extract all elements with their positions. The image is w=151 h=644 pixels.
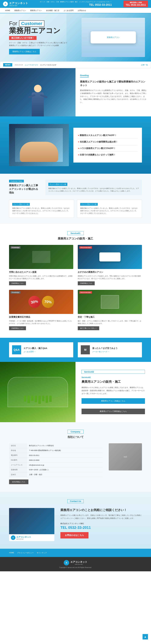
faq-icon-2: M	[81, 345, 90, 354]
service01-card-2-img: Recommended	[78, 245, 142, 269]
news-label: NEWS	[3, 63, 12, 66]
footer-nav-privacy[interactable]: プライバシーポリシー	[17, 552, 34, 554]
header-tel-num: TEL 0532-33-2011	[126, 4, 146, 6]
footer: A エアコンネット AIRCON NET Copyright © aircon-…	[0, 557, 151, 571]
company-header: Company 当社について	[9, 430, 142, 439]
hero-customer-badge: Customer	[19, 20, 44, 27]
company-table-value: 9:00〜18:00（土日祝除く）	[27, 468, 103, 472]
service01-card-3-img: 30% 70% Knowledge	[9, 290, 73, 314]
company-table-label: 電話番号	[9, 453, 27, 458]
header-top: A エアコンネット AIRCON NET オフィス・店舗・ホテル・工場・業務用エ…	[0, 0, 151, 8]
greeting-section: Greeting 業務用エアコンの販売から施工まで愛知県豊橋市のエアコンネット …	[0, 68, 151, 116]
faq-icon-1: Q&A	[12, 345, 21, 354]
service02-section: Service02 Service02 農業用エアコンの販売・施工 農業用のハウ…	[0, 362, 151, 422]
service02-btn2[interactable]: 農業用エアコン工事実績はこちら	[82, 409, 145, 414]
nav-info[interactable]: よくある質問	[61, 8, 76, 13]
nav-company[interactable]: 会社概要・施工店	[44, 8, 61, 13]
benefit-item-1: ● 業務用カスタムエアコン最大7%OFF！	[78, 132, 137, 139]
service01-card-4-text: 施工・業者・エアコンの選定から工事まで一貫してサポートします。安全・丁寧な施工で…	[78, 320, 142, 325]
greeting-image	[0, 68, 76, 116]
hero-title: 業務用エアコン	[9, 27, 67, 35]
service01-card-4-title: 安定・丁寧な施工	[78, 316, 142, 318]
benefit-item-4: ● 出張での光熱費もらいますって無料！	[78, 152, 137, 158]
hero-badge: 適正見積もち 5分で回答！	[9, 36, 37, 40]
service01-card-2: Recommended おすすめの業務用エアコン 業務用エアコンのラインナップを…	[78, 245, 142, 285]
nav-service2[interactable]: 農業用エアコン	[28, 8, 44, 13]
contact-badge: Contact Us	[67, 499, 84, 503]
service01-card-1-img: Knowledge	[9, 245, 73, 269]
header-cta-badge[interactable]: 無料見積もり依頼 TEL 0532-33-2011	[123, 0, 148, 7]
contact-logo-icon: A	[11, 536, 16, 540]
service01-header: Service01 業務用エアコンの販売・施工	[9, 231, 142, 240]
service01-card-2-badge: Recommended	[79, 246, 92, 249]
service01-card-3-badge: Knowledge	[11, 291, 20, 294]
company-table-row: 定休日土曜・日曜・祝日	[9, 472, 103, 477]
footer-copyright: Copyright © aircon-net.com All Rights Re…	[9, 567, 142, 568]
contact-inner: A エアコンネット AIRCON NET 業務用エアコンのことお気軽にご相談くだ…	[9, 508, 142, 541]
service01-card-2-btn[interactable]: 詳細情報はこちら	[78, 281, 95, 285]
footer-logo-sub: AIRCON NET	[70, 564, 87, 565]
footer-nav-sitemap[interactable]: サイトマップ	[37, 552, 47, 554]
service01-card-3-btn[interactable]: 詳細情報はこちら	[9, 326, 26, 330]
footer-nav: HOME プライバシーポリシー サイトマップ	[0, 549, 151, 557]
footer-logo-icon: A	[64, 560, 69, 566]
voice-card-1-text: 複数店舗のエアコンを検討していました。業者さんを探していたのですが、なかなか信頼…	[12, 207, 71, 214]
service01-title: 業務用エアコンの販売・施工	[9, 237, 142, 240]
nav-contact[interactable]: お問合わせ	[76, 8, 88, 13]
contact-cta-btn[interactable]: お問合わせはこちら	[60, 532, 88, 538]
contact-title: 業務用エアコンのことお気軽にご相談ください！	[60, 508, 142, 512]
service01-card-1-text: 空間や用途に合わせたエアコンをご提案します。エアコンの選び方から設置場所まで、お…	[9, 275, 73, 280]
nav-service1[interactable]: 業務用エアコン	[12, 8, 28, 13]
greeting-title: 業務用エアコンの販売から施工まで愛知県豊橋市のエアコンネット	[80, 80, 146, 87]
voice-card-2-text: 複数店舗のエアコンを検討していました。業者さんを探していたのですが、なかなか信頼…	[80, 207, 139, 214]
news-bar: NEWS 2023.04.04 ニュースカテゴリ コンテンツが入ります 記事一覧	[0, 62, 151, 68]
service01-card-1-btn[interactable]: 詳細情報はこちら	[9, 281, 26, 285]
faq-card-1-link[interactable]: よくある質問 →	[24, 351, 36, 352]
service02-title: 農業用エアコンの販売・施工	[82, 380, 145, 384]
header-tel: TEL 0532-33-2011	[40, 3, 112, 7]
chain-main: チェーン型オーナー様 複数店舗のエアコンを検討していました。業者さんを探していた…	[45, 180, 142, 195]
contact-tel: TEL 0532-33-2011	[60, 526, 142, 530]
faq-card-2-title: 迷ったら？まず見てみよう	[92, 347, 118, 350]
service01-card-1-badge: Knowledge	[11, 246, 20, 249]
company-detail-btn[interactable]: 会社詳細はこちら	[9, 480, 28, 484]
company-table-value: 土曜・日曜・祝日	[27, 472, 103, 477]
footer-logo: A エアコンネット AIRCON NET	[9, 560, 142, 566]
service01-card-4-badge: Recommended	[79, 291, 92, 294]
contact-content: 業務用エアコンのことお気軽にご相談ください！ 業務用エアコンの購入を考えている方…	[60, 508, 142, 538]
header-tagline: オフィス・店舗・ホテル・工場・業務用エアコンの販売・施工・メンテナンスはエアコン…	[40, 1, 112, 7]
contact-image: A エアコンネット AIRCON NET	[9, 508, 54, 541]
company-table-row: 会社名株式会社エアコンネット有限会社	[9, 443, 103, 448]
benefits-list: ● 業務用カスタムエアコン最大7%OFF！ ● 当社購入エアコンの修理費用は超お…	[73, 128, 142, 162]
benefit-item-3: ● ハウス規格用エアコン最大72%OFF！	[78, 145, 137, 152]
faq-card-2: M 迷ったら？まず見てみよう メーカー各シリーズ →	[78, 342, 142, 357]
company-table-row: 所在地〒440-0000 愛知県豊橋市エアコン地区(例)	[9, 448, 103, 453]
company-section: Company 当社について 会社名株式会社エアコンネット有限会社所在地〒440…	[0, 422, 151, 492]
logo-area: A エアコンネット AIRCON NET	[3, 1, 28, 6]
contact-logo-text: エアコンネット	[16, 536, 31, 538]
logo-icon: A	[3, 2, 8, 6]
news-more-link[interactable]: 記事一覧	[141, 64, 148, 66]
service01-grid: Knowledge 空間に合わせたエアコン提案 空間や用途に合わせたエアコンをご…	[9, 245, 142, 330]
greeting-content: Greeting 業務用エアコンの販売から施工まで愛知県豊橋市のエアコンネット …	[76, 68, 151, 116]
company-table-row: FAX番号0000-22-0000	[9, 458, 103, 462]
voice-cards: チェーン型オーナー様 複数店舗のエアコンを検討していました。業者さんを探していた…	[9, 200, 142, 218]
hero-desc2: 業務用エアコンの販売から施工まで・アフターメンテナンスは経験	[9, 44, 67, 47]
nav-home[interactable]: HOME	[3, 8, 12, 13]
hero-cta-button[interactable]: 業務用エアコン 詳細はこちら	[9, 49, 40, 54]
contact-logo-sub: AIRCON NET	[16, 538, 31, 540]
faq-card-2-link[interactable]: メーカー各シリーズ →	[92, 351, 109, 352]
service02-btn1[interactable]: 農業用エアコン 詳細はこちら	[82, 398, 145, 404]
service02-image	[0, 362, 76, 422]
news-text: コンテンツが入ります	[40, 64, 141, 66]
service02-content: Service02 Service02 農業用エアコンの販売・施工 農業用のハウ…	[76, 362, 151, 422]
service01-card-4-btn[interactable]: 施工工事について詳しく	[78, 326, 99, 330]
company-table-value: 株式会社エアコンネット有限会社	[27, 443, 103, 448]
footer-nav-home[interactable]: HOME	[9, 552, 14, 554]
service02-badge: Service02	[82, 370, 145, 374]
contact-desc: 業務用エアコンの購入を考えている方、見積もりを取りたい方、取付施工工事をご依頼し…	[60, 514, 142, 520]
service02-image-inner	[0, 362, 76, 422]
benefits-bg: ● 業務用カスタムエアコン最大7%OFF！ ● 当社購入エアコンの修理費用は超お…	[0, 116, 151, 174]
service01-card-2-title: おすすめの業務用エアコン	[78, 271, 142, 274]
faq-section: Q&A エアコン購入・施工Q&A よくある質問 → M 迷ったら？まず見てみよう…	[0, 338, 151, 362]
